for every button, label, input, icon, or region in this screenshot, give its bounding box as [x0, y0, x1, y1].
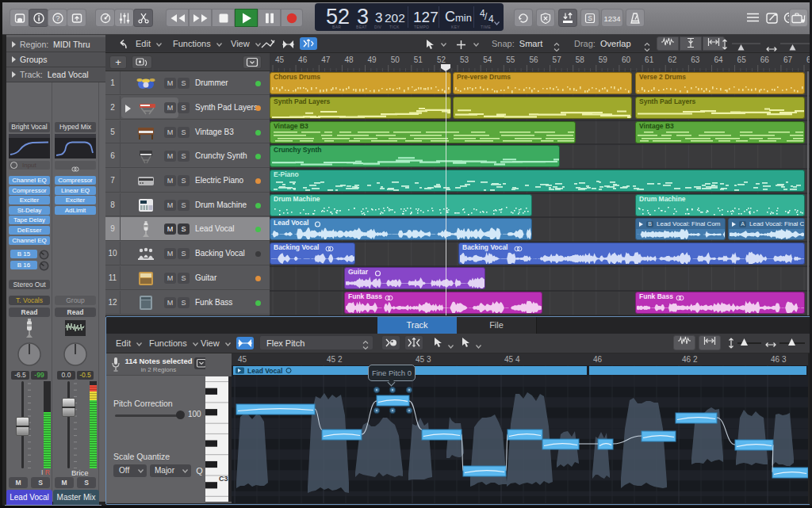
svg-text:?: ?: [56, 14, 59, 22]
svg-text:1234: 1234: [603, 14, 620, 23]
svg-text:46: 46: [593, 355, 603, 364]
svg-text:64: 64: [714, 55, 724, 64]
svg-text:62: 62: [668, 55, 677, 64]
svg-text:46 3: 46 3: [771, 355, 787, 364]
svg-text:54: 54: [483, 55, 492, 64]
svg-text:59: 59: [599, 55, 608, 64]
svg-text:56: 56: [529, 55, 538, 64]
svg-text:58: 58: [576, 55, 585, 64]
svg-text:66: 66: [760, 55, 770, 64]
svg-text:45: 45: [238, 355, 247, 364]
svg-text:45: 45: [275, 55, 285, 64]
svg-text:45 4: 45 4: [504, 355, 520, 364]
svg-text:67: 67: [783, 55, 793, 64]
svg-text:S: S: [588, 14, 592, 22]
svg-text:63: 63: [691, 55, 700, 64]
svg-text:61: 61: [645, 55, 654, 64]
svg-text:65: 65: [737, 55, 747, 64]
svg-text:45 3: 45 3: [416, 355, 431, 364]
svg-text:49: 49: [368, 55, 377, 64]
svg-text:50: 50: [391, 55, 400, 64]
svg-text:57: 57: [553, 55, 562, 64]
svg-text:Lead Vocal: Lead Vocal: [247, 367, 282, 375]
svg-text:53: 53: [460, 55, 469, 64]
svg-text:51: 51: [414, 55, 423, 64]
svg-text:46: 46: [298, 55, 308, 64]
svg-text:C3: C3: [219, 475, 228, 483]
svg-text:55: 55: [506, 55, 515, 64]
svg-text:60: 60: [622, 55, 631, 64]
svg-text:47: 47: [321, 55, 331, 64]
svg-text:45 2: 45 2: [327, 355, 343, 364]
svg-text:46 2: 46 2: [682, 355, 698, 364]
svg-text:48: 48: [344, 55, 354, 64]
svg-text:52: 52: [437, 55, 446, 64]
